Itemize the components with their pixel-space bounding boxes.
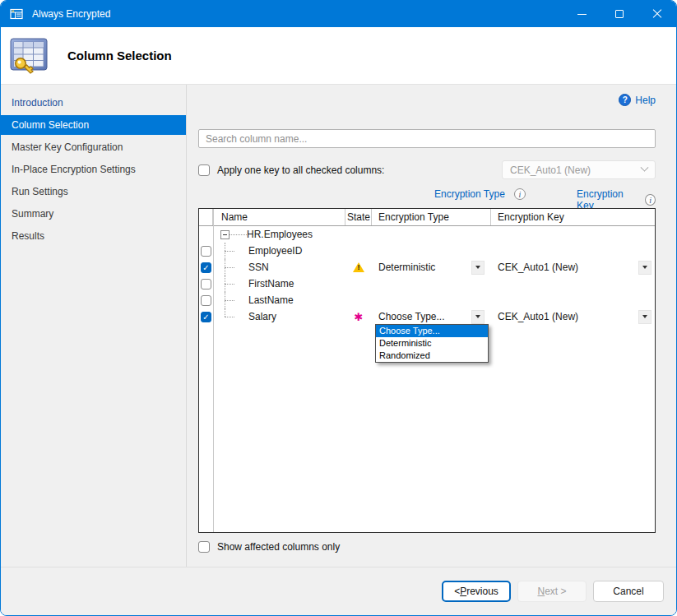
sidebar-item-results[interactable]: Results — [1, 226, 186, 246]
encryption-type-dropdown-button[interactable] — [471, 261, 485, 275]
encryption-type-value: Deterministic — [378, 262, 471, 273]
encryption-type-cell — [372, 243, 491, 259]
columns-grid: Name State Encryption Type Encryption Ke… — [198, 208, 656, 533]
column-info-links-row: Encryption Type i Encryption Key i — [198, 188, 656, 201]
maximize-button[interactable] — [600, 1, 638, 27]
name-cell: EmployeeID — [213, 243, 345, 259]
header-encryption-type: Encryption Type — [372, 209, 491, 225]
minimize-icon — [577, 14, 587, 15]
sidebar-item-introduction[interactable]: Introduction — [1, 93, 186, 113]
page-title: Column Selection — [67, 49, 172, 63]
row-checkbox[interactable]: ✓ — [201, 312, 211, 322]
tree-connector — [225, 300, 234, 301]
app-icon — [10, 7, 24, 21]
encryption-key-value: CEK_Auto1 (New) — [498, 262, 638, 273]
cancel-button[interactable]: Cancel — [593, 581, 664, 602]
chevron-down-icon — [641, 164, 649, 172]
grid-row-firstname[interactable]: FirstName — [199, 276, 655, 292]
close-icon — [652, 9, 662, 19]
close-button[interactable] — [638, 1, 676, 27]
wizard-body: IntroductionColumn SelectionMaster Key C… — [1, 84, 676, 567]
grid-row-employeeid[interactable]: EmployeeID — [199, 243, 655, 259]
sidebar-item-summary[interactable]: Summary — [1, 204, 186, 224]
tree-connector — [225, 308, 225, 317]
show-affected-row: Show affected columns only — [198, 541, 656, 553]
sidebar-item-master-key-configuration[interactable]: Master Key Configuration — [1, 137, 186, 157]
grid-body: HR.EmployeesEmployeeID✓SSN!Deterministic… — [199, 226, 655, 325]
state-cell: ✱ — [345, 308, 372, 325]
dropdown-option-randomized[interactable]: Randomized — [376, 350, 488, 362]
sidebar-item-in-place-encryption-settings[interactable]: In-Place Encryption Settings — [1, 160, 186, 179]
next-button[interactable]: Next > — [517, 581, 587, 602]
table-name: HR.Employees — [247, 229, 313, 240]
encryption-key-dropdown-button[interactable] — [638, 261, 651, 275]
tree-collapse-toggle[interactable] — [220, 230, 230, 239]
header-encryption-key: Encryption Key — [491, 209, 655, 225]
header-state: State — [345, 209, 372, 225]
column-name: LastName — [248, 294, 294, 306]
name-cell: Salary — [213, 308, 345, 325]
sidebar-item-column-selection[interactable]: Column Selection — [1, 115, 186, 135]
encryption-type-info-icon[interactable]: i — [514, 188, 526, 200]
grid-row-ssn[interactable]: ✓SSN!DeterministicCEK_Auto1 (New) — [199, 259, 655, 276]
tree-connector — [225, 251, 234, 252]
encryption-key-info-icon[interactable]: i — [645, 194, 656, 206]
grid-row-lastname[interactable]: LastName — [199, 292, 655, 308]
table-with-key-icon — [9, 36, 49, 76]
dropdown-option-deterministic[interactable]: Deterministic — [376, 337, 488, 350]
previous-button[interactable]: < Previous — [442, 581, 511, 602]
search-column-input[interactable] — [198, 129, 656, 148]
encryption-type-link-group: Encryption Type i — [434, 188, 526, 200]
dropdown-option-choose-type[interactable]: Choose Type... — [376, 325, 488, 337]
grid-row-salary[interactable]: ✓Salary✱Choose Type...CEK_Auto1 (New) — [199, 308, 655, 325]
encryption-key-cell — [491, 243, 655, 259]
name-cell: LastName — [213, 292, 345, 308]
row-checkbox-cell: ✓ — [199, 262, 213, 273]
tree-connector — [225, 284, 234, 285]
encryption-type-link[interactable]: Encryption Type — [434, 188, 505, 200]
encryption-key-cell — [491, 292, 655, 308]
caption-buttons — [563, 1, 676, 27]
minimize-button[interactable] — [563, 1, 600, 27]
row-checkbox[interactable] — [201, 295, 211, 306]
window-title: Always Encrypted — [32, 8, 110, 20]
row-checkbox[interactable]: ✓ — [201, 262, 211, 273]
show-affected-checkbox[interactable] — [198, 541, 210, 553]
encryption-type-cell: Deterministic — [372, 259, 491, 276]
help-row: ? Help — [198, 94, 656, 106]
encryption-key-cell — [491, 276, 655, 292]
header-name: Name — [213, 209, 345, 225]
name-cell: SSN — [213, 259, 345, 276]
encryption-key-cell — [491, 226, 655, 243]
encryption-type-cell — [372, 292, 491, 308]
encryption-key-dropdown-button[interactable] — [638, 310, 651, 324]
row-checkbox-cell — [199, 295, 213, 306]
titlebar: Always Encrypted — [1, 1, 676, 27]
apply-key-row: Apply one key to all checked columns: CE… — [198, 160, 656, 179]
tree-connector — [230, 234, 247, 235]
column-name: FirstName — [248, 278, 294, 289]
name-cell: FirstName — [213, 276, 345, 292]
row-checkbox[interactable] — [201, 246, 211, 257]
encryption-type-cell — [372, 276, 491, 292]
cek-select-disabled[interactable]: CEK_Auto1 (New) — [502, 160, 656, 179]
encryption-key-value: CEK_Auto1 (New) — [498, 311, 638, 322]
help-link[interactable]: Help — [635, 95, 656, 106]
encryption-type-cell — [372, 226, 491, 243]
row-checkbox-cell: ✓ — [199, 312, 213, 322]
grid-group-row[interactable]: HR.Employees — [199, 226, 655, 243]
show-affected-label: Show affected columns only — [217, 541, 340, 553]
header-checkbox-column — [199, 209, 213, 225]
encryption-type-dropdown-button[interactable] — [471, 310, 485, 324]
sidebar-item-run-settings[interactable]: Run Settings — [1, 182, 186, 201]
state-cell — [345, 243, 372, 259]
state-cell — [345, 226, 372, 243]
required-asterisk-icon: ✱ — [355, 312, 364, 322]
state-cell — [345, 292, 372, 308]
encryption-key-cell: CEK_Auto1 (New) — [491, 259, 655, 276]
state-cell — [345, 276, 372, 292]
apply-one-key-checkbox[interactable] — [198, 164, 210, 176]
row-checkbox-cell — [199, 279, 213, 289]
encryption-type-dropdown-popup: Choose Type...DeterministicRandomized — [375, 324, 489, 363]
row-checkbox[interactable] — [201, 279, 211, 289]
